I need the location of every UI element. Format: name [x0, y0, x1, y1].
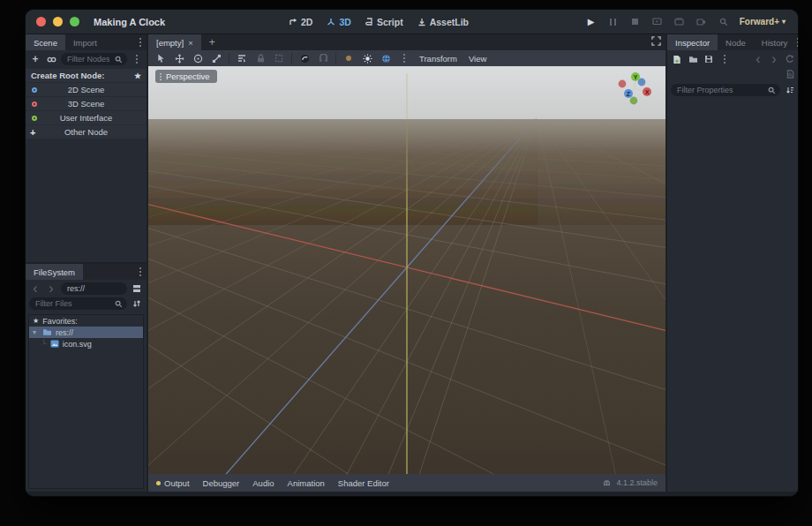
history-back-button[interactable]: ‹ — [752, 53, 764, 65]
3d-scene-icon — [32, 101, 37, 107]
favorites-row[interactable]: ★ Favorites: — [29, 315, 143, 327]
svg-text:X: X — [645, 89, 650, 95]
scene-panel-menu-button[interactable] — [134, 34, 147, 50]
axis-neg-x-ball — [619, 80, 627, 88]
fs-sort-button[interactable] — [131, 297, 143, 310]
bottom-panel-bar: Output Debugger Audio Animation Shader E… — [148, 474, 665, 492]
bottom-tab-output[interactable]: Output — [156, 478, 190, 488]
tab-3d[interactable]: 3D — [327, 17, 350, 27]
play-scene-button[interactable] — [673, 16, 686, 28]
view-axis-gizmo[interactable]: Y X Z — [614, 70, 655, 110]
perspective-button[interactable]: Perspective — [155, 70, 217, 83]
macos-window-controls — [36, 17, 79, 26]
bottom-tab-audio[interactable]: Audio — [252, 478, 274, 488]
tab-assetlib[interactable]: AssetLib — [417, 17, 469, 27]
tab-node[interactable]: Node — [718, 34, 754, 50]
bottom-tab-animation[interactable]: Animation — [288, 478, 325, 488]
viewport-toolbar: Transform View — [148, 50, 665, 66]
view-menu[interactable]: View — [466, 54, 489, 64]
fs-forward-button[interactable]: › — [45, 282, 57, 295]
renderer-dropdown[interactable]: Forward+ ▾ — [740, 17, 786, 26]
title-bar: Making A Clock 2D 3D Script AssetLib ▶ — [26, 10, 798, 34]
move-mode-button[interactable] — [173, 52, 185, 64]
sun-settings-button[interactable] — [361, 52, 373, 64]
preview-sun-toggle[interactable] — [342, 52, 355, 64]
history-list-button[interactable] — [784, 53, 796, 65]
transform-menu[interactable]: Transform — [417, 54, 460, 64]
create-2d-scene-button[interactable]: 2D Scene — [26, 83, 147, 96]
open-docs-button[interactable] — [784, 68, 796, 80]
filter-files-input[interactable] — [29, 297, 127, 310]
local-space-toggle[interactable] — [298, 52, 311, 64]
tab-scene[interactable]: Scene — [26, 34, 65, 50]
property-sort-button[interactable] — [784, 84, 796, 96]
fs-path-field[interactable] — [61, 282, 127, 295]
inspector-dock-menu-button[interactable] — [795, 34, 799, 50]
bottom-tab-shader-editor[interactable]: Shader Editor — [338, 478, 389, 488]
viewport-menu-dots-icon — [160, 76, 162, 78]
history-forward-button[interactable]: › — [768, 53, 780, 65]
create-3d-scene-button[interactable]: 3D Scene — [26, 97, 147, 110]
fs-back-button[interactable]: ‹ — [29, 282, 41, 295]
stop-button[interactable] — [629, 16, 642, 28]
scene-panel: Scene Import + Cre — [26, 34, 147, 262]
bottom-tab-debugger[interactable]: Debugger — [203, 478, 240, 488]
scene-tab-empty[interactable]: [empty] × — [148, 34, 201, 50]
add-node-button[interactable]: + — [29, 53, 41, 65]
tab-import[interactable]: Import — [65, 34, 105, 50]
favorite-star-icon[interactable]: ★ — [134, 71, 141, 80]
create-root-node-header: Create Root Node: ★ — [26, 69, 147, 82]
new-resource-button[interactable] — [671, 53, 683, 65]
star-icon: ★ — [33, 317, 39, 325]
minimize-window-button[interactable] — [53, 17, 63, 26]
remote-debug-button[interactable] — [651, 16, 664, 28]
collapse-caret-icon[interactable]: ▾ — [33, 328, 39, 336]
viewport-extra-menu-button[interactable] — [398, 57, 410, 59]
close-window-button[interactable] — [36, 17, 46, 26]
tab-history[interactable]: History — [754, 34, 796, 50]
create-user-interface-button[interactable]: User Interface — [26, 111, 147, 124]
preview-environment-toggle[interactable] — [380, 52, 392, 64]
select-mode-button[interactable] — [154, 52, 167, 64]
snap-toggle[interactable] — [317, 52, 329, 64]
tab-inspector[interactable]: Inspector — [667, 34, 718, 50]
rotate-mode-button[interactable] — [192, 52, 204, 64]
tree-row-icon-svg[interactable]: └ icon.svg — [29, 338, 143, 349]
scene-tree-menu-button[interactable] — [131, 58, 143, 60]
workspace-switcher: 2D 3D Script AssetLib — [289, 10, 469, 34]
create-other-node-button[interactable]: + Other Node — [26, 125, 147, 139]
filter-properties-input[interactable] — [671, 84, 780, 96]
assetlib-download-icon — [417, 18, 426, 26]
movie-maker-button[interactable] — [695, 16, 708, 28]
instance-scene-icon[interactable] — [45, 53, 57, 65]
save-resource-button[interactable] — [703, 53, 715, 65]
svg-text:Y: Y — [634, 74, 638, 80]
maximize-window-button[interactable] — [70, 17, 79, 26]
load-resource-button[interactable] — [687, 53, 699, 65]
pause-button[interactable] — [607, 16, 620, 28]
close-icon[interactable]: × — [188, 38, 193, 48]
scale-mode-button[interactable] — [210, 52, 222, 64]
3d-viewport[interactable]: Perspective Y X Z — [148, 66, 665, 474]
list-select-button[interactable] — [236, 52, 248, 64]
lock-node-button[interactable] — [254, 52, 267, 64]
tree-row-res[interactable]: ▾ res:// — [29, 327, 143, 338]
search-icon — [115, 56, 123, 64]
tab-filesystem[interactable]: FileSystem — [26, 264, 83, 280]
search-icon — [115, 300, 123, 308]
2d-icon — [289, 18, 297, 26]
add-scene-tab-button[interactable]: + — [201, 34, 223, 50]
group-node-button[interactable] — [273, 52, 285, 64]
resource-extra-menu-button[interactable] — [718, 58, 731, 60]
fs-split-mode-button[interactable] — [131, 282, 143, 295]
tab-2d[interactable]: 2D — [289, 17, 312, 27]
play-button[interactable]: ▶ — [585, 16, 598, 28]
expand-viewport-button[interactable] — [650, 34, 662, 47]
image-file-icon — [50, 340, 59, 348]
quick-search-button[interactable] — [718, 16, 730, 28]
filesystem-menu-button[interactable] — [134, 264, 147, 280]
filter-nodes-input[interactable] — [61, 53, 127, 65]
version-info[interactable]: 4.1.2.stable — [602, 478, 658, 487]
tab-script[interactable]: Script — [365, 17, 403, 27]
right-dock: Inspector Node History — [667, 34, 799, 492]
